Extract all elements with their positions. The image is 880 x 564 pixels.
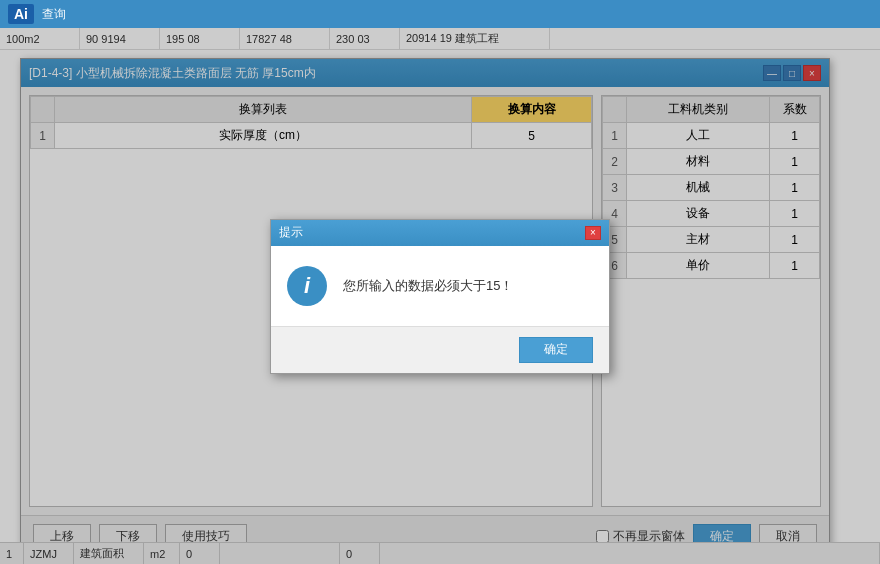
alert-titlebar: 提示 × xyxy=(271,220,609,246)
alert-close-button[interactable]: × xyxy=(585,226,601,240)
app-content: 100m2 90 9194 195 08 17827 48 230 03 209… xyxy=(0,28,880,564)
app-header: Ai 查询 xyxy=(0,0,880,28)
alert-message: 您所输入的数据必须大于15！ xyxy=(343,277,513,295)
alert-dialog: 提示 × i 您所输入的数据必须大于15！ 确定 xyxy=(270,219,610,374)
info-icon: i xyxy=(287,266,327,306)
alert-footer: 确定 xyxy=(271,326,609,373)
app-logo: Ai xyxy=(8,4,34,24)
alert-title: 提示 xyxy=(279,224,585,241)
app-background: Ai 查询 100m2 90 9194 195 08 17827 48 230 … xyxy=(0,0,880,564)
alert-body: i 您所输入的数据必须大于15！ xyxy=(271,246,609,326)
alert-overlay: 提示 × i 您所输入的数据必须大于15！ 确定 xyxy=(0,28,880,564)
alert-ok-button[interactable]: 确定 xyxy=(519,337,593,363)
app-title: 查询 xyxy=(42,6,872,23)
